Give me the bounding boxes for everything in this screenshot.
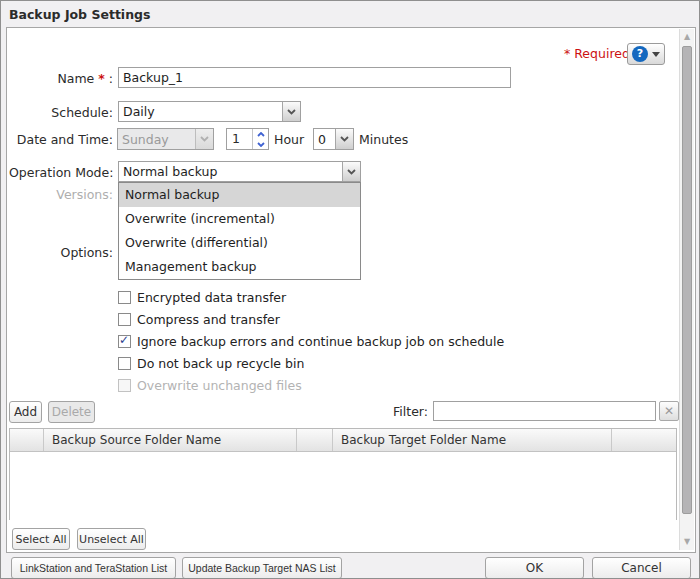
scrollbar-thumb[interactable] [682,46,692,514]
dropdown-option-normal-backup[interactable]: Normal backup [119,183,360,207]
date-time-label: Date and Time: [9,132,113,147]
dropdown-option-overwrite-differential[interactable]: Overwrite (differential) [119,231,360,255]
table-header-end-column [612,429,676,451]
checkbox[interactable] [118,357,131,370]
linkstation-terastation-list-button[interactable]: LinkStation and TeraStation List [11,557,176,579]
required-asterisk: * [564,46,570,61]
spinner-down-icon[interactable] [253,139,268,149]
scroll-down-icon[interactable]: ▼ [680,535,694,549]
footer-bar: LinkStation and TeraStation List Update … [1,553,700,579]
schedule-label: Schedule: [9,105,113,120]
page-title: Backup Job Settings [9,7,150,22]
table-body-empty [10,452,676,520]
ok-button[interactable]: OK [485,557,584,579]
minutes-unit-label: Minutes [359,132,408,147]
dropdown-option-management-backup[interactable]: Management backup [119,255,360,279]
required-note: * Required [564,46,630,61]
operation-mode-select[interactable]: Normal backup [118,161,361,182]
minutes-value: 0 [314,132,335,147]
dropdown-option-overwrite-incremental[interactable]: Overwrite (incremental) [119,207,360,231]
option-compress-and-transfer[interactable]: Compress and transfer [118,311,280,327]
scroll-up-icon[interactable]: ▲ [680,30,694,44]
unselect-all-button[interactable]: Unselect All [77,528,146,550]
hour-value: 1 [227,129,252,149]
filter-input[interactable] [433,401,656,421]
cancel-button[interactable]: Cancel [592,557,691,579]
update-backup-target-nas-list-button[interactable]: Update Backup Target NAS List [182,557,342,579]
schedule-select[interactable]: Daily [118,101,301,122]
chevron-down-icon [652,52,660,57]
checkbox[interactable] [118,291,131,304]
name-required-asterisk: * [98,71,105,86]
clear-filter-icon[interactable]: ✕ [659,401,679,421]
option-overwrite-unchanged-files: Overwrite unchanged files [118,377,302,393]
option-ignore-backup-errors[interactable]: ✓ Ignore backup errors and continue back… [118,333,504,349]
filter-label: Filter: [393,404,428,419]
help-icon: ? [632,46,648,62]
checkmark-icon: ✓ [119,333,129,347]
table-header-target: Backup Target Folder Name [333,429,612,451]
delete-button: Delete [48,401,95,423]
option-do-not-back-up-recycle-bin[interactable]: Do not back up recycle bin [118,355,304,371]
option-encrypted-data-transfer[interactable]: Encrypted data transfer [118,289,286,305]
operation-mode-dropdown: Normal backup Overwrite (incremental) Ov… [118,182,361,280]
name-input[interactable] [118,67,511,88]
table-header-checkbox-column [10,429,44,451]
minutes-select[interactable]: 0 [313,128,354,150]
checkbox[interactable] [118,313,131,326]
operation-mode-value: Normal backup [119,164,342,179]
table-header-source: Backup Source Folder Name [44,429,297,451]
chevron-down-icon [335,129,353,149]
name-label: Name * : [9,71,113,86]
backup-job-settings-dialog: Backup Job Settings ▲ ▼ * Required ? Nam… [0,0,700,579]
versions-label: Versions: [9,187,113,202]
hour-unit-label: Hour [274,132,304,147]
add-button[interactable]: Add [9,401,42,423]
vertical-scrollbar[interactable]: ▲ ▼ [679,29,694,550]
chevron-down-icon [195,129,213,149]
schedule-value: Daily [119,104,282,119]
checkbox [118,379,131,392]
chevron-down-icon [342,162,360,181]
table-header-spacer [297,429,333,451]
hour-spinner[interactable]: 1 [226,128,269,150]
day-value: Sunday [118,132,195,147]
help-button[interactable]: ? [627,43,665,65]
day-select: Sunday [117,128,214,150]
operation-mode-label: Operation Mode: [9,165,113,180]
select-all-button[interactable]: Select All [12,528,70,550]
table-header: Backup Source Folder Name Backup Target … [10,429,676,452]
required-label: Required [574,46,630,61]
chevron-down-icon [282,102,300,121]
folder-table: Backup Source Folder Name Backup Target … [9,428,677,520]
checkbox-checked[interactable]: ✓ [118,335,131,348]
spinner-up-icon[interactable] [253,129,268,139]
options-label: Options: [9,245,113,260]
